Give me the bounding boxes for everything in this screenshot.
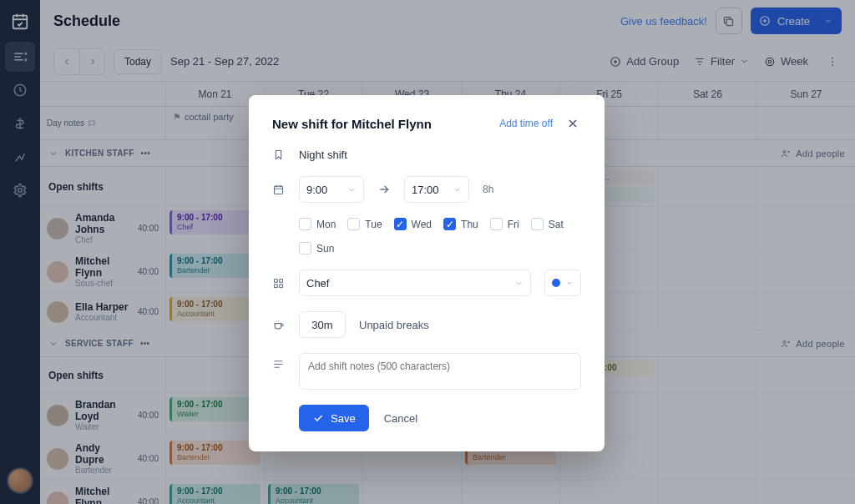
day-wed[interactable]: ✓Wed xyxy=(394,218,432,230)
shift-name[interactable]: Night shift xyxy=(299,149,347,161)
chevron-down-icon xyxy=(565,279,574,287)
arrow-right-icon xyxy=(377,183,391,196)
svg-rect-16 xyxy=(275,284,278,287)
day-mon[interactable]: Mon xyxy=(299,218,336,230)
day-sat[interactable]: Sat xyxy=(531,218,564,230)
breaks-label: Unpaid breaks xyxy=(359,319,429,331)
start-time-select[interactable]: 9:00 xyxy=(299,176,364,203)
close-icon[interactable] xyxy=(564,115,581,132)
role-select[interactable]: Chef xyxy=(299,270,531,296)
color-swatch xyxy=(552,279,560,287)
shift-duration: 8h xyxy=(483,184,493,195)
save-button[interactable]: Save xyxy=(299,405,369,431)
svg-rect-13 xyxy=(275,186,283,194)
coffee-icon xyxy=(272,319,286,331)
new-shift-modal: New shift for Mitchel Flynn Add time off… xyxy=(249,95,605,451)
cancel-button[interactable]: Cancel xyxy=(384,412,417,425)
check-icon xyxy=(312,412,324,424)
day-tue[interactable]: Tue xyxy=(347,218,382,230)
svg-rect-14 xyxy=(275,279,278,282)
day-sun[interactable]: Sun xyxy=(299,242,334,255)
chevron-down-icon xyxy=(347,185,357,194)
day-thu[interactable]: ✓Thu xyxy=(443,218,478,230)
day-fri[interactable]: Fri xyxy=(490,218,519,230)
color-select[interactable] xyxy=(544,270,581,296)
bookmark-icon xyxy=(272,149,286,161)
svg-rect-15 xyxy=(280,279,283,282)
notes-icon xyxy=(272,358,286,370)
end-time-select[interactable]: 17:00 xyxy=(404,176,469,203)
grid-icon xyxy=(272,277,286,290)
add-time-off-link[interactable]: Add time off xyxy=(499,118,553,129)
chevron-down-icon xyxy=(453,185,462,194)
breaks-input[interactable]: 30m xyxy=(299,311,346,338)
shift-notes-input[interactable] xyxy=(299,353,581,390)
chevron-down-icon xyxy=(514,279,524,288)
calendar-icon xyxy=(272,184,286,196)
modal-title: New shift for Mitchel Flynn xyxy=(272,117,432,131)
svg-rect-17 xyxy=(280,284,283,287)
day-picker: Mon Tue ✓Wed ✓Thu Fri Sat Sun xyxy=(299,218,581,255)
